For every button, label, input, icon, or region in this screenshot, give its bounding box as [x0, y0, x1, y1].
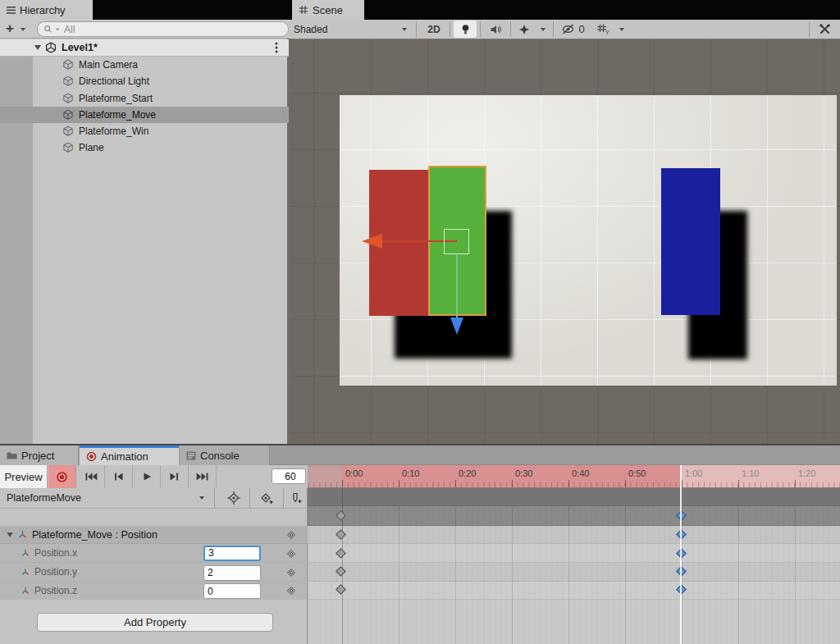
tab-project[interactable]: Project	[0, 445, 79, 465]
record-icon	[56, 471, 68, 483]
dopesheet-row-group	[308, 526, 840, 544]
hierarchy-item-plane[interactable]: Plane	[0, 139, 289, 156]
add-event-button[interactable]	[284, 488, 308, 508]
next-key-button[interactable]	[161, 465, 189, 488]
add-property-label: Add Property	[124, 616, 186, 628]
scene-viewport[interactable]	[289, 39, 840, 445]
keyframe-toggle-icon[interactable]	[286, 549, 296, 559]
property-group-row[interactable]: Plateforme_Move : Position	[0, 526, 308, 544]
current-frame-field[interactable]	[272, 468, 306, 484]
add-keyframe-button[interactable]	[250, 488, 284, 508]
keyframe-toggle-icon[interactable]	[286, 568, 296, 578]
effects-dropdown-caret[interactable]	[535, 20, 551, 39]
property-row-position-y[interactable]: Position.y	[0, 563, 308, 582]
folder-icon	[7, 451, 17, 460]
gizmo-x-arrow[interactable]	[362, 234, 382, 249]
unity-scene-icon	[45, 42, 57, 53]
scene-panel: Scene Shaded 2D	[289, 0, 840, 445]
add-property-button[interactable]: Add Property	[37, 613, 273, 632]
scene-lighting-button[interactable]	[454, 21, 477, 38]
previous-key-button[interactable]	[105, 465, 133, 488]
preview-label: Preview	[4, 471, 42, 483]
cube-icon	[62, 59, 74, 71]
tab-console-label: Console	[200, 450, 240, 462]
ruler-label: 0:10	[402, 468, 419, 478]
record-button[interactable]	[48, 465, 76, 488]
hierarchy-item-directional-light[interactable]: Directional Light	[0, 73, 289, 89]
keyframe-toggle-icon[interactable]	[286, 530, 296, 540]
search-placeholder: All	[64, 24, 75, 35]
goto-current-key-button[interactable]	[218, 488, 250, 508]
goto-first-frame-button[interactable]	[77, 465, 105, 488]
lightbulb-icon	[461, 24, 470, 35]
gizmo-plane-handle[interactable]	[444, 229, 469, 254]
shading-mode-dropdown[interactable]: Shaded	[294, 20, 413, 39]
tab-hierarchy-label: Hierarchy	[20, 4, 66, 16]
dopesheet-summary-row	[308, 506, 840, 526]
position-x-field[interactable]	[203, 546, 261, 561]
create-dropdown-caret[interactable]	[21, 28, 25, 31]
hierarchy-item-plateforme-move[interactable]: Plateforme_Move	[0, 107, 289, 123]
scene-tools-button[interactable]	[812, 20, 837, 39]
grid-dropdown-caret[interactable]	[614, 20, 630, 39]
shading-caret-icon	[402, 28, 407, 31]
cube-icon	[62, 109, 74, 121]
scene-tabbar	[289, 0, 840, 20]
property-row-position-x[interactable]: Position.x	[0, 544, 308, 563]
scene-audio-button[interactable]	[483, 20, 508, 39]
properties-footer: Add Property	[0, 600, 308, 644]
gizmo-y-arrow[interactable]	[450, 317, 463, 335]
tab-scene-label: Scene	[313, 4, 343, 16]
dopesheet-rows[interactable]	[308, 526, 840, 644]
bottom-tabstrip: Project Animation Console	[0, 445, 840, 465]
platform-win-blue[interactable]	[661, 168, 720, 315]
property-label: Position.y	[34, 566, 77, 578]
group-foldout-icon[interactable]	[7, 532, 12, 537]
goto-last-frame-button[interactable]	[189, 465, 217, 488]
dopesheet-empty-area	[308, 600, 840, 644]
property-row-position-z[interactable]: Position.z	[0, 582, 308, 600]
properties-spacer	[0, 509, 308, 526]
cube-icon	[62, 93, 74, 104]
gizmo-y-axis-line[interactable]	[456, 254, 458, 317]
ruler-label: 0:50	[628, 468, 646, 478]
timeline-playhead[interactable]	[680, 465, 682, 644]
ruler-label: 1:00	[685, 468, 702, 478]
create-button[interactable]: +	[6, 21, 14, 37]
play-button[interactable]	[133, 465, 161, 488]
scene-name: Level1*	[62, 42, 98, 53]
search-input[interactable]: All	[37, 21, 289, 37]
property-label: Position.z	[34, 585, 77, 596]
tab-scene[interactable]: Scene	[292, 0, 364, 20]
scene-effects-button[interactable]	[514, 20, 535, 39]
scene-options-icon[interactable]	[275, 42, 278, 53]
hierarchy-scene-row[interactable]: Level1*	[0, 39, 289, 57]
scene-grid-button[interactable]: Y	[592, 20, 614, 39]
hamburger-icon	[7, 7, 16, 14]
dopesheet-row-z	[308, 582, 840, 600]
dopesheet-row-x	[308, 544, 840, 563]
hierarchy-item-plateforme-start[interactable]: Plateforme_Start	[0, 90, 289, 107]
search-filter-caret[interactable]	[56, 28, 60, 30]
clip-dropdown[interactable]: PlateformeMove	[0, 488, 215, 508]
speaker-icon	[490, 25, 502, 34]
ruler-minor-ticks	[308, 482, 840, 487]
ruler-label: 1:10	[742, 468, 759, 478]
preview-button[interactable]: Preview	[0, 465, 48, 488]
2d-toggle-button[interactable]: 2D	[420, 20, 448, 39]
hidden-count: 0	[578, 23, 584, 35]
hierarchy-panel: Hierarchy + All Level1*	[0, 0, 289, 445]
position-y-field[interactable]	[203, 565, 261, 581]
keyframe-toggle-icon[interactable]	[286, 586, 296, 596]
tab-hierarchy[interactable]: Hierarchy	[0, 0, 93, 20]
hierarchy-item-main-camera[interactable]: Main Camera	[0, 57, 289, 73]
ruler-label: 0:30	[515, 468, 532, 478]
tab-console[interactable]: Console	[180, 445, 270, 465]
console-lines-icon	[186, 451, 196, 460]
timeline-ruler[interactable]: 0:00 0:10 0:20 0:30 0:40 0:50 1:00 1:10 …	[308, 465, 840, 488]
position-z-field[interactable]	[203, 583, 261, 599]
hierarchy-item-plateforme-win[interactable]: Plateforme_Win	[0, 123, 289, 139]
scene-visibility-button[interactable]: 0	[556, 20, 591, 39]
tab-animation-active[interactable]: Animation	[80, 445, 179, 465]
scene-foldout-icon[interactable]	[34, 45, 41, 50]
